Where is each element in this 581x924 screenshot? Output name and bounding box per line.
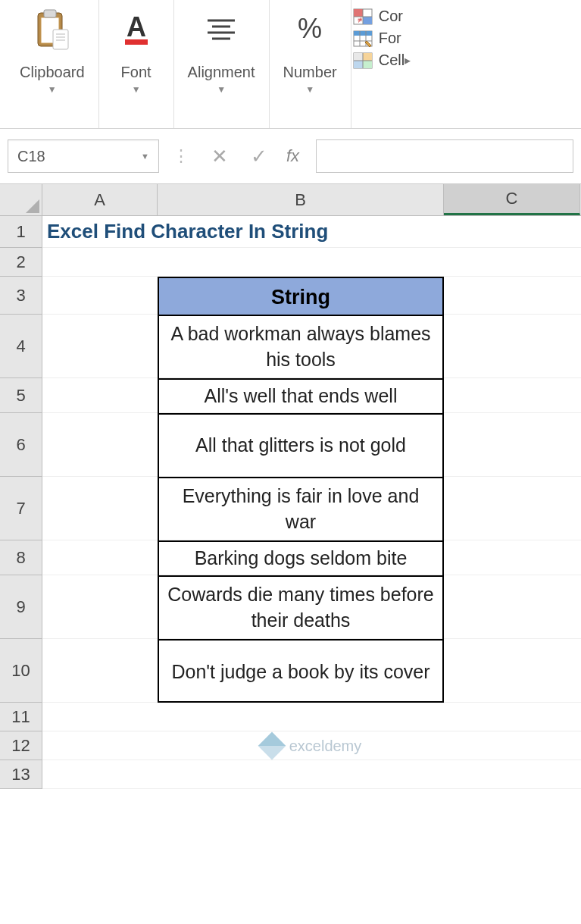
svg-rect-3 bbox=[53, 30, 68, 49]
row-header-9[interactable]: 9 bbox=[0, 575, 42, 639]
font-icon: A bbox=[113, 6, 160, 53]
side-label: Cell bbox=[379, 52, 405, 69]
table-header: String bbox=[159, 278, 442, 316]
column-header-C[interactable]: C bbox=[444, 184, 580, 215]
grid-area[interactable]: Excel Find Character In StringStringA ba… bbox=[42, 216, 581, 789]
column-header-A[interactable]: A bbox=[42, 184, 158, 215]
table-row[interactable]: Don't judge a book by its cover bbox=[159, 641, 442, 704]
select-all-corner[interactable] bbox=[0, 184, 42, 216]
row-header-12[interactable]: 12 bbox=[0, 731, 42, 760]
svg-rect-16 bbox=[363, 17, 372, 24]
svg-rect-2 bbox=[44, 10, 56, 17]
cancel-formula-button[interactable]: ✕ bbox=[205, 139, 235, 173]
row-header-10[interactable]: 10 bbox=[0, 639, 42, 703]
side-label: Cor bbox=[379, 8, 403, 25]
string-table: StringA bad workman always blames his to… bbox=[158, 277, 444, 703]
page-title: Excel Find Character In String bbox=[42, 216, 444, 247]
table-row[interactable]: A bad workman always blames his tools bbox=[159, 316, 442, 380]
row-header-13[interactable]: 13 bbox=[0, 760, 42, 789]
watermark: exceldemy bbox=[42, 736, 581, 756]
table-row[interactable]: Barking dogs seldom bite bbox=[159, 542, 442, 577]
dropdown-icon[interactable]: ▼ bbox=[217, 84, 226, 95]
conditional-formatting-button[interactable]: ≠ Cor bbox=[353, 8, 405, 25]
row-headers: 12345678910111213 bbox=[0, 216, 42, 789]
column-header-B[interactable]: B bbox=[158, 184, 444, 215]
dropdown-icon[interactable]: ▼ bbox=[132, 84, 141, 95]
ribbon-label: Font bbox=[121, 64, 151, 81]
format-table-button[interactable]: For bbox=[353, 30, 405, 47]
svg-rect-29 bbox=[363, 61, 372, 68]
dropdown-icon[interactable]: ▼ bbox=[305, 84, 314, 95]
row-header-6[interactable]: 6 bbox=[0, 413, 42, 477]
row-header-2[interactable]: 2 bbox=[0, 248, 42, 277]
svg-text:A: A bbox=[127, 11, 146, 42]
conditional-formatting-icon: ≠ bbox=[353, 8, 373, 25]
chevron-down-icon[interactable]: ▼ bbox=[141, 152, 149, 161]
grid-row: Excel Find Character In String bbox=[42, 216, 581, 248]
cell-styles-button[interactable]: Cell bbox=[353, 52, 405, 69]
fx-icon[interactable]: fx bbox=[283, 146, 307, 166]
svg-rect-26 bbox=[354, 53, 363, 61]
dropdown-icon[interactable]: ▼ bbox=[48, 84, 57, 95]
svg-rect-27 bbox=[363, 53, 372, 61]
alignment-icon bbox=[198, 6, 245, 53]
ribbon: Clipboard ▼ A Font ▼ Alignment ▼ % bbox=[0, 0, 581, 129]
row-header-5[interactable]: 5 bbox=[0, 378, 42, 413]
table-row[interactable]: Cowards die many times before their deat… bbox=[159, 577, 442, 641]
grid-row bbox=[42, 248, 581, 277]
grid-row bbox=[42, 760, 581, 789]
side-label: For bbox=[379, 30, 401, 47]
ribbon-label: Number bbox=[283, 64, 337, 81]
table-row[interactable]: All's well that ends well bbox=[159, 380, 442, 415]
format-table-icon bbox=[353, 30, 373, 47]
ribbon-group-styles: ≠ Cor For Cell ▸ bbox=[351, 0, 406, 128]
percent-icon: % bbox=[286, 6, 333, 53]
svg-rect-28 bbox=[354, 61, 363, 68]
ribbon-group-number[interactable]: % Number ▼ bbox=[270, 0, 351, 128]
formula-input[interactable] bbox=[316, 139, 573, 173]
watermark-icon bbox=[258, 732, 286, 760]
name-box-value: C18 bbox=[17, 148, 141, 165]
row-header-4[interactable]: 4 bbox=[0, 315, 42, 378]
row-header-8[interactable]: 8 bbox=[0, 540, 42, 575]
row-header-1[interactable]: 1 bbox=[0, 216, 42, 248]
ribbon-label: Alignment bbox=[188, 64, 255, 81]
row-header-11[interactable]: 11 bbox=[0, 703, 42, 731]
row-header-7[interactable]: 7 bbox=[0, 477, 42, 540]
svg-rect-8 bbox=[125, 39, 148, 45]
svg-rect-21 bbox=[354, 31, 372, 36]
table-row[interactable]: All that glitters is not gold bbox=[159, 415, 442, 478]
ribbon-group-clipboard[interactable]: Clipboard ▼ bbox=[6, 0, 99, 128]
grid-row bbox=[42, 703, 581, 731]
svg-text:≠: ≠ bbox=[358, 15, 362, 24]
ribbon-group-alignment[interactable]: Alignment ▼ bbox=[174, 0, 270, 128]
separator: ⋮ bbox=[168, 146, 195, 166]
expand-ribbon-icon[interactable]: ▸ bbox=[405, 53, 411, 67]
ribbon-label: Clipboard bbox=[20, 64, 85, 81]
cell-styles-icon bbox=[353, 52, 373, 69]
clipboard-icon bbox=[29, 6, 76, 53]
svg-text:%: % bbox=[298, 13, 322, 44]
formula-bar-row: C18 ▼ ⋮ ✕ ✓ fx bbox=[0, 129, 581, 184]
table-row[interactable]: Everything is fair in love and war bbox=[159, 478, 442, 542]
row-header-3[interactable]: 3 bbox=[0, 277, 42, 315]
column-headers: ABC bbox=[42, 184, 581, 216]
ribbon-group-font[interactable]: A Font ▼ bbox=[99, 0, 174, 128]
watermark-text: exceldemy bbox=[289, 738, 362, 755]
accept-formula-button[interactable]: ✓ bbox=[244, 139, 274, 173]
name-box[interactable]: C18 ▼ bbox=[8, 139, 159, 173]
